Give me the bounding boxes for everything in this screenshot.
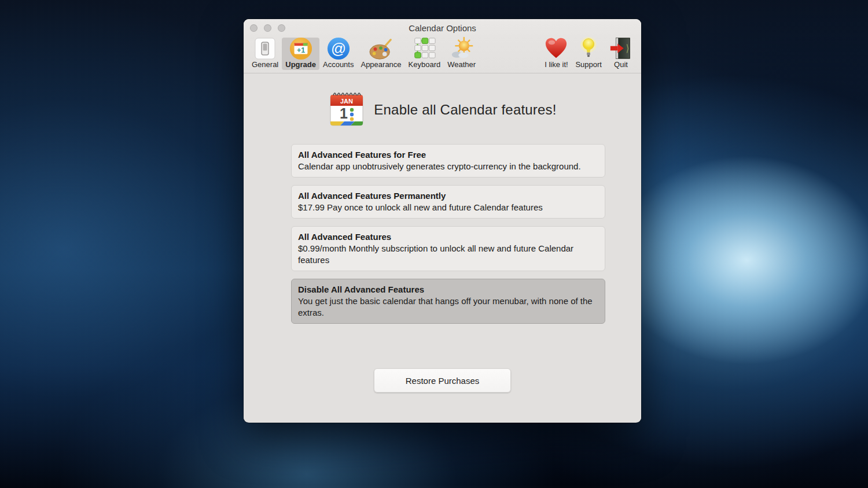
toolbar-item-label: Appearance [361,61,401,69]
toolbar-item-accounts[interactable]: @ Accounts [319,38,357,70]
weather-icon [448,36,475,61]
toolbar-item-label: I like it! [545,61,568,69]
option-disable[interactable]: Disable All Advanced Features You get ju… [291,279,605,324]
toolbar-item-label: Support [575,61,602,69]
toolbar-item-like[interactable]: I like it! [540,38,572,70]
option-title: Disable All Advanced Features [298,284,598,295]
svg-text:@: @ [331,40,346,57]
option-subscription[interactable]: All Advanced Features $0.99/month Monthl… [291,226,605,271]
upgrade-icon: +1 [289,36,313,61]
toolbar-item-general[interactable]: General [248,38,282,70]
option-permanent[interactable]: All Advanced Features Permanently $17.99… [291,185,605,219]
option-description: You get just the basic calendar that han… [298,295,598,319]
appearance-icon [367,36,395,61]
toolbar-item-keyboard[interactable]: Keyboard [405,38,444,70]
toolbar-item-quit[interactable]: Quit [605,38,637,70]
restore-purchases-button[interactable]: Restore Purchases [374,368,511,393]
calendar-options-window: Calendar Options General [244,19,641,423]
option-title: All Advanced Features [298,231,598,243]
toolbar-item-label: Keyboard [409,61,441,69]
general-icon [253,36,277,61]
toolbar-item-label: Quit [614,61,628,69]
option-title: All Advanced Features Permanently [298,190,598,202]
desktop: { "window": { "title": "Calendar Options… [0,0,868,488]
option-description: $0.99/month Monthly subscription to unlo… [298,243,598,266]
option-title: All Advanced Features for Free [298,149,598,161]
keyboard-icon [411,36,437,61]
toolbar: General +1 Upgrade @ [244,36,641,73]
heart-icon [544,36,568,61]
page-title: Enable all Calendar features! [374,102,556,118]
toolbar-item-upgrade[interactable]: +1 Upgrade [282,38,319,70]
calendar-icon-day: 1 [340,105,348,121]
quit-door-icon [609,36,633,61]
toolbar-item-label: Upgrade [285,61,316,69]
option-description: Calendar app unobtrusively generates cry… [298,161,598,172]
toolbar-item-support[interactable]: Support [572,38,605,70]
toolbar-item-label: Accounts [323,61,354,69]
toolbar-item-label: Weather [447,61,476,69]
svg-text:+1: +1 [297,46,305,54]
window-title: Calendar Options [244,19,641,36]
toolbar-item-appearance[interactable]: Appearance [357,38,404,70]
upgrade-options-list: All Advanced Features for Free Calendar … [291,144,605,324]
lightbulb-icon [576,36,601,61]
accounts-icon: @ [326,36,351,61]
calendar-icon-month: JAN [340,98,353,105]
upgrade-header: JAN 1 Enable all Calendar features! [244,73,641,131]
titlebar[interactable]: Calendar Options [244,19,641,36]
content-area: JAN 1 Enable all Calendar features! All … [244,73,641,422]
option-free[interactable]: All Advanced Features for Free Calendar … [291,144,605,178]
calendar-icon: JAN 1 [328,89,365,131]
option-description: $17.99 Pay once to unlock all new and fu… [298,202,598,213]
toolbar-item-weather[interactable]: Weather [444,38,479,70]
toolbar-item-label: General [252,61,278,69]
